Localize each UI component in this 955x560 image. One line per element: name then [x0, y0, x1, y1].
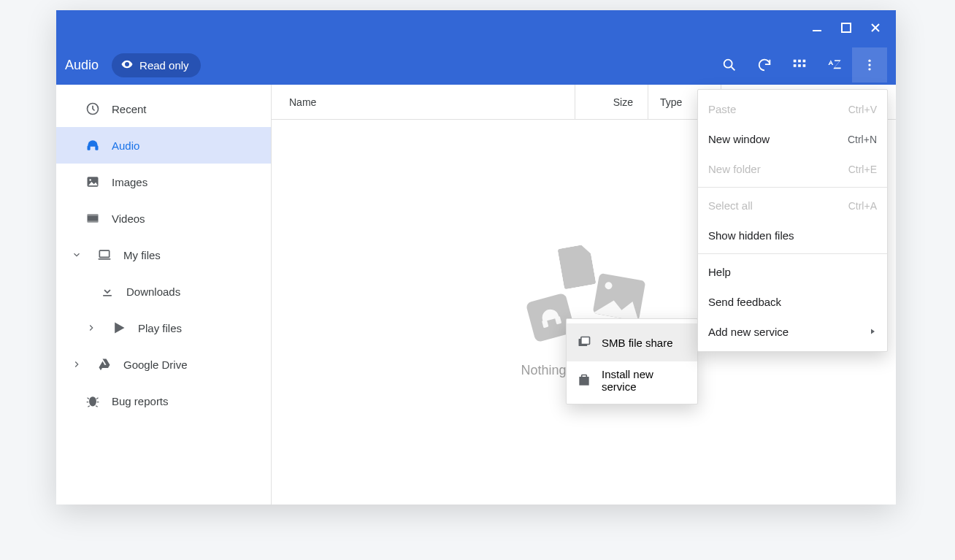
sort-button[interactable] — [817, 47, 852, 83]
svg-point-11 — [868, 68, 870, 70]
download-icon — [100, 284, 115, 299]
svg-rect-19 — [88, 220, 99, 223]
readonly-chip[interactable]: Read only — [112, 53, 201, 77]
image-icon — [85, 174, 100, 189]
sidebar-item-label: Recent — [112, 103, 147, 115]
svg-rect-14 — [95, 146, 98, 150]
sidebar-item-label: Google Drive — [123, 358, 188, 371]
chevron-right-icon — [83, 323, 100, 333]
chevron-right-icon — [868, 326, 877, 338]
submenu-smb[interactable]: SMB file share — [567, 323, 697, 361]
svg-point-2 — [724, 60, 732, 68]
headphones-icon — [85, 138, 100, 153]
svg-rect-13 — [88, 146, 91, 150]
sidebar-item-downloads[interactable]: Downloads — [56, 273, 271, 310]
svg-point-10 — [868, 64, 870, 66]
overflow-menu: Paste Ctrl+V New window Ctrl+N New folde… — [697, 89, 888, 352]
svg-rect-5 — [803, 60, 806, 63]
page-title: Audio — [65, 58, 99, 73]
svg-rect-3 — [794, 60, 797, 63]
svg-rect-8 — [803, 64, 806, 67]
sidebar-item-label: Images — [112, 176, 147, 188]
svg-point-9 — [868, 60, 870, 62]
sidebar-item-bugreports[interactable]: Bug reports — [56, 383, 271, 419]
eye-icon — [120, 58, 134, 73]
svg-point-22 — [89, 396, 96, 406]
clock-icon — [85, 101, 100, 116]
files-app-window: Audio Read only — [56, 10, 896, 505]
window-maximize-button[interactable] — [832, 10, 861, 45]
window-minimize-button[interactable] — [802, 10, 832, 45]
refresh-button[interactable] — [747, 47, 782, 83]
titlebar — [56, 10, 896, 45]
menu-feedback[interactable]: Send feedback — [698, 287, 887, 317]
readonly-label: Read only — [139, 59, 189, 72]
window-close-button[interactable] — [861, 10, 890, 45]
svg-rect-1 — [842, 23, 851, 32]
sidebar-item-label: Bug reports — [112, 395, 169, 407]
svg-point-16 — [89, 179, 91, 181]
more-menu-button[interactable] — [852, 47, 887, 83]
menu-select-all: Select all Ctrl+A — [698, 191, 887, 220]
chevron-right-icon — [68, 359, 85, 369]
menu-new-window[interactable]: New window Ctrl+N — [698, 124, 887, 154]
sidebar-item-label: Play files — [138, 322, 182, 334]
sidebar-item-playfiles[interactable]: Play files — [56, 310, 271, 346]
svg-rect-6 — [794, 64, 797, 67]
sidebar-item-images[interactable]: Images — [56, 164, 271, 200]
menu-paste: Paste Ctrl+V — [698, 94, 887, 124]
add-service-submenu: SMB file share Install new service — [566, 318, 698, 404]
svg-rect-21 — [103, 295, 112, 296]
sidebar-item-label: Downloads — [126, 285, 180, 298]
submenu-install[interactable]: Install new service — [567, 361, 697, 399]
column-name[interactable]: Name — [272, 96, 575, 108]
svg-rect-26 — [581, 337, 590, 345]
sidebar-item-label: Videos — [112, 212, 145, 225]
chevron-down-icon — [68, 250, 85, 260]
menu-new-folder: New folder Ctrl+E — [698, 154, 887, 184]
laptop-icon — [97, 248, 112, 262]
svg-rect-24 — [554, 316, 561, 324]
sidebar-item-audio[interactable]: Audio — [56, 127, 271, 164]
svg-rect-4 — [798, 60, 801, 63]
drive-icon — [97, 357, 112, 372]
menu-show-hidden[interactable]: Show hidden files — [698, 220, 887, 250]
svg-rect-18 — [88, 214, 99, 216]
svg-rect-0 — [813, 30, 821, 31]
sidebar: Recent Audio Images Videos — [56, 85, 272, 505]
search-button[interactable] — [712, 47, 747, 83]
svg-rect-23 — [542, 320, 548, 328]
svg-rect-7 — [798, 64, 801, 67]
sidebar-item-recent[interactable]: Recent — [56, 91, 271, 127]
sidebar-item-myfiles[interactable]: My files — [56, 237, 271, 273]
toolbar: Audio Read only — [56, 45, 896, 85]
video-icon — [85, 211, 100, 226]
svg-rect-20 — [99, 250, 109, 257]
play-icon — [112, 321, 126, 335]
sidebar-item-label: Audio — [112, 139, 139, 152]
sidebar-item-videos[interactable]: Videos — [56, 200, 271, 237]
store-icon — [577, 373, 591, 388]
view-toggle-button[interactable] — [782, 47, 817, 83]
menu-add-service[interactable]: Add new service — [698, 317, 887, 347]
bug-icon — [85, 394, 100, 408]
column-size[interactable]: Size — [575, 85, 648, 119]
sidebar-item-label: My files — [123, 249, 161, 261]
menu-help[interactable]: Help — [698, 257, 887, 287]
sidebar-item-gdrive[interactable]: Google Drive — [56, 346, 271, 383]
fileshare-icon — [577, 335, 591, 350]
